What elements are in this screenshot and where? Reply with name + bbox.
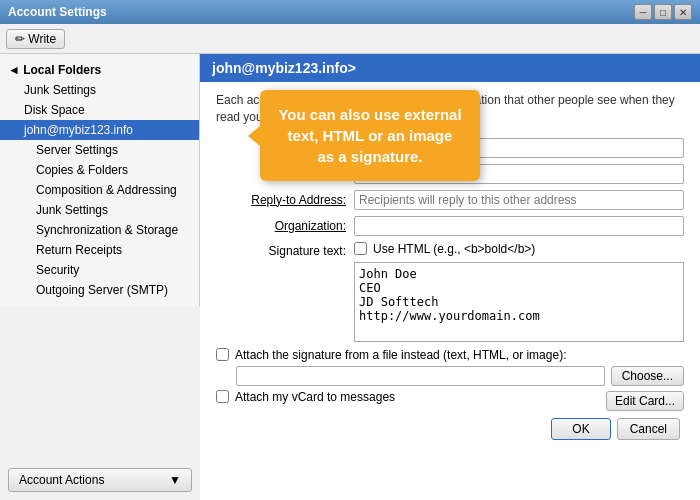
window-title: Account Settings — [8, 5, 107, 19]
sidebar-item-outgoing-server[interactable]: Outgoing Server (SMTP) — [0, 280, 199, 300]
reply-to-label: Reply-to Address: — [216, 193, 346, 207]
attach-file-input[interactable] — [236, 366, 605, 386]
sidebar-item-security[interactable]: Security — [0, 260, 199, 280]
use-html-checkbox[interactable] — [354, 242, 367, 255]
signature-label: Signature text: — [216, 242, 346, 258]
sidebar-item-sync-storage[interactable]: Synchronization & Storage — [0, 220, 199, 240]
tooltip-text: You can also use external text, HTML or … — [278, 106, 461, 165]
reply-to-row: Reply-to Address: — [216, 190, 684, 210]
attach-section: Attach the signature from a file instead… — [216, 348, 684, 386]
sidebar-item-account[interactable]: john@mybiz123.info — [0, 120, 199, 140]
use-html-row: Use HTML (e.g., <b>bold</b>) — [354, 242, 684, 256]
account-actions-arrow: ▼ — [169, 473, 181, 487]
vcard-label: Attach my vCard to messages — [235, 390, 395, 404]
account-actions-label: Account Actions — [19, 473, 104, 487]
sidebar-wrapper: ◄ Local Folders Junk Settings Disk Space… — [0, 54, 200, 500]
window-controls: ─ □ ✕ — [634, 4, 692, 20]
minimize-button[interactable]: ─ — [634, 4, 652, 20]
sidebar-item-composition[interactable]: Composition & Addressing — [0, 180, 199, 200]
reply-to-input[interactable] — [354, 190, 684, 210]
sidebar-item-junk-settings[interactable]: Junk Settings — [0, 80, 199, 100]
organization-input[interactable] — [354, 216, 684, 236]
tooltip-arrow — [248, 126, 260, 146]
close-button[interactable]: ✕ — [674, 4, 692, 20]
vcard-row: Attach my vCard to messages — [216, 390, 395, 404]
ok-button[interactable]: OK — [551, 418, 610, 440]
account-actions-button[interactable]: Account Actions ▼ — [8, 468, 192, 492]
attach-file-label: Attach the signature from a file instead… — [235, 348, 566, 362]
organization-row: Organization: — [216, 216, 684, 236]
local-folders-header: ◄ Local Folders — [0, 60, 199, 80]
tooltip-overlay: You can also use external text, HTML or … — [260, 90, 480, 181]
account-header-text: john@mybiz123.info> — [212, 60, 356, 76]
signature-right: Use HTML (e.g., <b>bold</b>) John Doe CE… — [354, 242, 684, 342]
sidebar-item-copies-folders[interactable]: Copies & Folders — [0, 160, 199, 180]
sidebar-item-junk[interactable]: Junk Settings — [0, 200, 199, 220]
signature-textarea[interactable]: John Doe CEO JD Softtech http://www.your… — [354, 262, 684, 342]
write-button[interactable]: ✏ Write — [6, 29, 65, 49]
choose-button[interactable]: Choose... — [611, 366, 684, 386]
edit-card-button[interactable]: Edit Card... — [606, 391, 684, 411]
signature-row: Signature text: Use HTML (e.g., <b>bold<… — [216, 242, 684, 342]
main-container: ◄ Local Folders Junk Settings Disk Space… — [0, 54, 700, 500]
toolbar: ✏ Write — [0, 24, 700, 54]
tooltip-box: You can also use external text, HTML or … — [260, 90, 480, 181]
use-html-label: Use HTML (e.g., <b>bold</b>) — [373, 242, 535, 256]
sidebar-item-server-settings[interactable]: Server Settings — [0, 140, 199, 160]
attach-input-row: Choose... — [236, 366, 684, 386]
vcard-section: Attach my vCard to messages Edit Card... — [216, 390, 684, 412]
sidebar-item-disk-space[interactable]: Disk Space — [0, 100, 199, 120]
organization-label: Organization: — [216, 219, 346, 233]
title-bar: Account Settings ─ □ ✕ — [0, 0, 700, 24]
cancel-button[interactable]: Cancel — [617, 418, 680, 440]
vcard-checkbox[interactable] — [216, 390, 229, 403]
maximize-button[interactable]: □ — [654, 4, 672, 20]
sidebar-item-return-receipts[interactable]: Return Receipts — [0, 240, 199, 260]
right-panel: john@mybiz123.info> You can also use ext… — [200, 54, 700, 500]
dialog-buttons: OK Cancel — [216, 418, 684, 440]
sidebar: ◄ Local Folders Junk Settings Disk Space… — [0, 54, 200, 306]
attach-file-checkbox[interactable] — [216, 348, 229, 361]
account-header: john@mybiz123.info> — [200, 54, 700, 82]
sidebar-footer: Account Actions ▼ — [8, 468, 192, 492]
local-folders-label: ◄ Local Folders — [8, 63, 101, 77]
attach-file-row: Attach the signature from a file instead… — [216, 348, 684, 362]
